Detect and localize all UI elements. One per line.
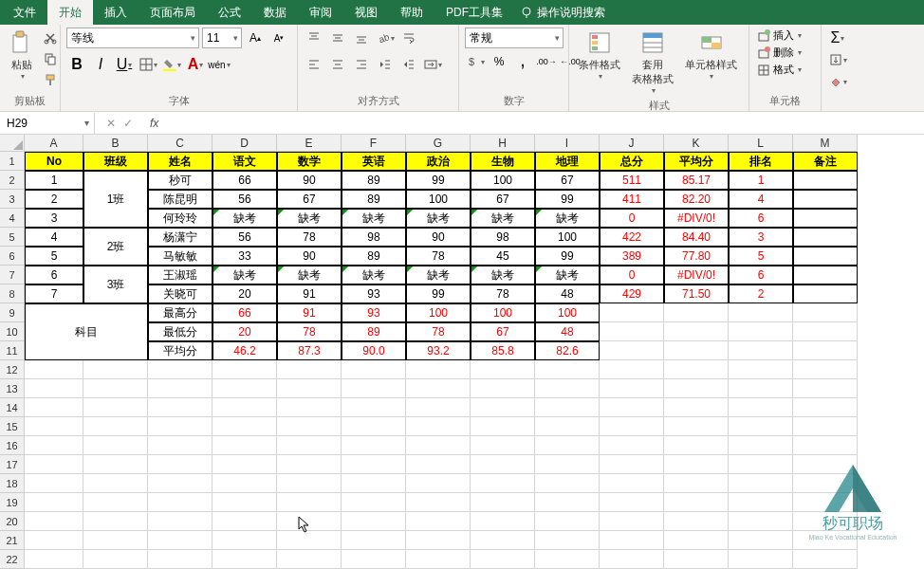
border-button[interactable]: ▾ xyxy=(138,54,158,75)
select-all-corner[interactable] xyxy=(0,135,25,152)
cell[interactable] xyxy=(342,550,406,569)
cell[interactable] xyxy=(213,512,277,531)
cell[interactable]: 缺考 xyxy=(406,266,471,284)
cell[interactable]: 100 xyxy=(535,228,600,247)
cell[interactable] xyxy=(664,531,729,550)
cell[interactable] xyxy=(406,398,471,417)
cell[interactable] xyxy=(25,474,83,493)
cell[interactable]: 84.40 xyxy=(664,228,729,247)
cell[interactable] xyxy=(664,512,729,531)
cell[interactable] xyxy=(793,266,858,284)
cell[interactable] xyxy=(793,360,858,379)
align-middle-button[interactable] xyxy=(327,28,348,48)
cell[interactable]: 77.80 xyxy=(664,247,729,266)
cell[interactable]: 杨潇宁 xyxy=(148,228,213,247)
cell[interactable]: 英语 xyxy=(342,152,406,171)
cell[interactable] xyxy=(471,436,535,455)
cell[interactable] xyxy=(277,550,342,569)
cell[interactable] xyxy=(148,512,213,531)
row-header[interactable]: 3 xyxy=(0,190,25,209)
cell[interactable] xyxy=(600,436,664,455)
cell[interactable] xyxy=(25,417,83,436)
cell[interactable] xyxy=(793,341,858,360)
cell[interactable] xyxy=(83,436,148,455)
cell[interactable] xyxy=(83,531,148,550)
cell[interactable] xyxy=(83,455,148,474)
cell[interactable] xyxy=(729,512,793,531)
underline-button[interactable]: U▾ xyxy=(114,54,135,75)
cell[interactable] xyxy=(148,360,213,379)
cell[interactable] xyxy=(83,550,148,569)
row-header[interactable]: 2 xyxy=(0,171,25,190)
cell[interactable]: 最低分 xyxy=(148,322,213,341)
cell[interactable]: 48 xyxy=(535,284,600,303)
col-header[interactable]: C xyxy=(148,135,213,152)
cell[interactable]: 78 xyxy=(471,284,535,303)
cell[interactable]: 20 xyxy=(213,322,277,341)
cell[interactable] xyxy=(729,322,793,341)
cell[interactable] xyxy=(793,512,858,531)
cell[interactable] xyxy=(277,455,342,474)
cell[interactable] xyxy=(793,550,858,569)
cell[interactable] xyxy=(25,379,83,398)
font-size-select[interactable]: 11 xyxy=(202,28,242,48)
cell[interactable] xyxy=(148,379,213,398)
row-header[interactable]: 20 xyxy=(0,512,25,531)
cell[interactable]: 3班 xyxy=(83,266,148,303)
cell[interactable]: 411 xyxy=(600,190,664,209)
cell[interactable] xyxy=(406,455,471,474)
cell[interactable]: 马敏敏 xyxy=(148,247,213,266)
accounting-button[interactable]: $▾ xyxy=(465,51,486,72)
cell[interactable] xyxy=(793,531,858,550)
cell[interactable]: 缺考 xyxy=(277,209,342,228)
cell[interactable]: 78 xyxy=(277,322,342,341)
cell[interactable] xyxy=(535,455,600,474)
cell[interactable] xyxy=(277,493,342,512)
cell[interactable] xyxy=(148,493,213,512)
font-name-select[interactable]: 等线 xyxy=(66,28,199,48)
decrease-indent-button[interactable] xyxy=(375,54,396,75)
name-box-dropdown[interactable]: ▾ xyxy=(80,113,95,134)
cell[interactable]: 1 xyxy=(25,171,83,190)
cell[interactable] xyxy=(277,398,342,417)
cell[interactable]: 45 xyxy=(471,247,535,266)
cell[interactable] xyxy=(471,531,535,550)
align-top-button[interactable] xyxy=(304,28,324,48)
row-header[interactable]: 15 xyxy=(0,417,25,436)
col-header[interactable]: M xyxy=(793,135,858,152)
cell[interactable] xyxy=(342,474,406,493)
cell[interactable] xyxy=(83,512,148,531)
cell[interactable]: #DIV/0! xyxy=(664,209,729,228)
cell[interactable]: 82.20 xyxy=(664,190,729,209)
increase-font-button[interactable]: A▴ xyxy=(245,28,266,48)
insert-cells-button[interactable]: 插入▾ xyxy=(755,28,804,44)
cell[interactable] xyxy=(793,303,858,322)
row-header[interactable]: 5 xyxy=(0,228,25,247)
row-header[interactable]: 7 xyxy=(0,266,25,284)
cell[interactable]: 最高分 xyxy=(148,303,213,322)
cell[interactable]: 89 xyxy=(342,190,406,209)
cell[interactable] xyxy=(729,550,793,569)
cell[interactable] xyxy=(729,493,793,512)
fill-color-button[interactable]: ▾ xyxy=(161,54,182,75)
cell[interactable]: 2 xyxy=(729,284,793,303)
cell[interactable] xyxy=(25,398,83,417)
cell[interactable] xyxy=(664,550,729,569)
paste-button[interactable]: 粘贴▾ xyxy=(6,28,38,83)
menu-tab-6[interactable]: 审阅 xyxy=(298,0,343,25)
cell[interactable] xyxy=(406,493,471,512)
cell[interactable]: 缺考 xyxy=(471,209,535,228)
col-header[interactable]: J xyxy=(600,135,664,152)
cell[interactable]: 93.2 xyxy=(406,341,471,360)
cell[interactable]: 82.6 xyxy=(535,341,600,360)
cell[interactable] xyxy=(600,455,664,474)
cell[interactable] xyxy=(25,531,83,550)
cell[interactable] xyxy=(793,379,858,398)
decrease-font-button[interactable]: A▾ xyxy=(268,28,289,48)
cell[interactable]: 地理 xyxy=(535,152,600,171)
cell[interactable] xyxy=(406,531,471,550)
cell[interactable]: No xyxy=(25,152,83,171)
cell[interactable] xyxy=(471,474,535,493)
cell[interactable]: 1 xyxy=(729,171,793,190)
cell[interactable]: 78 xyxy=(406,322,471,341)
